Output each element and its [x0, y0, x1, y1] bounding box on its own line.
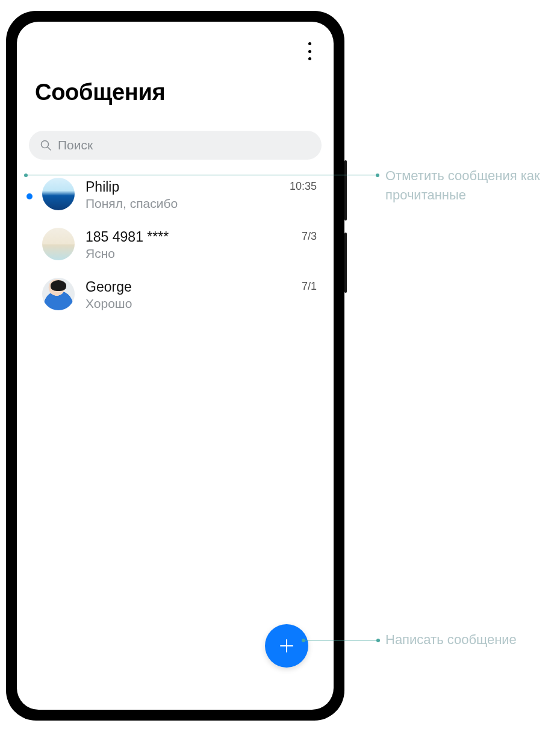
- search-input[interactable]: Поиск: [29, 131, 322, 160]
- leader-endpoint-icon: [302, 639, 305, 642]
- phone-frame: Сообщения Поиск Philip Понял, спасибо 10…: [6, 11, 344, 721]
- page-title: Сообщения: [17, 64, 334, 120]
- conversation-text: George Хорошо: [86, 278, 302, 311]
- volume-up-button: [344, 160, 347, 221]
- callout-leader: [303, 640, 378, 640]
- conversation-row[interactable]: Philip Понял, спасибо 10:35: [17, 169, 334, 219]
- conversation-name: George: [86, 279, 302, 295]
- conversation-preview: Понял, спасибо: [86, 196, 290, 211]
- more-dots-icon: [308, 42, 311, 45]
- callout-leader: [26, 175, 378, 175]
- conversation-text: 185 4981 **** Ясно: [86, 228, 302, 261]
- compose-button[interactable]: [265, 624, 308, 668]
- conversation-time: 7/3: [302, 228, 317, 243]
- search-placeholder: Поиск: [58, 138, 93, 152]
- conversation-name: 185 4981 ****: [86, 229, 302, 245]
- callout-compose: Написать сообщение: [385, 630, 542, 649]
- phone-bezel: Сообщения Поиск Philip Понял, спасибо 10…: [12, 17, 338, 715]
- more-dots-icon: [308, 57, 311, 60]
- conversation-row[interactable]: 185 4981 **** Ясно 7/3: [17, 219, 334, 269]
- conversation-preview: Хорошо: [86, 296, 302, 311]
- search-icon: [40, 139, 52, 151]
- avatar: [42, 278, 75, 310]
- more-options-button[interactable]: [302, 42, 317, 60]
- avatar: [42, 228, 75, 260]
- leader-endpoint-icon: [24, 174, 28, 177]
- conversation-time: 7/1: [302, 278, 317, 293]
- leader-endpoint-icon: [376, 639, 380, 642]
- top-bar: [17, 22, 334, 64]
- unread-indicator-icon: [26, 193, 33, 199]
- more-dots-icon: [308, 50, 311, 53]
- callout-mark-read: Отметить сообщения как прочитанные: [385, 166, 542, 205]
- svg-line-1: [48, 147, 51, 150]
- volume-down-button: [344, 233, 347, 293]
- leader-endpoint-icon: [376, 174, 379, 177]
- plus-icon: [278, 637, 295, 654]
- conversation-text: Philip Понял, спасибо: [86, 178, 290, 211]
- conversation-row[interactable]: George Хорошо 7/1: [17, 269, 334, 319]
- avatar: [42, 178, 75, 210]
- phone-screen: Сообщения Поиск Philip Понял, спасибо 10…: [17, 22, 334, 710]
- conversation-preview: Ясно: [86, 246, 302, 261]
- conversation-name: Philip: [86, 179, 290, 195]
- conversation-list: Philip Понял, спасибо 10:35 185 4981 ***…: [17, 164, 334, 324]
- conversation-time: 10:35: [290, 178, 317, 193]
